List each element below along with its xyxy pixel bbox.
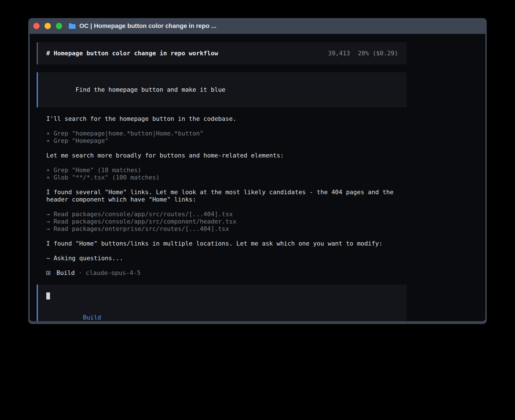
zoom-button[interactable] (56, 23, 62, 29)
agent-square-icon (46, 271, 50, 275)
terminal-window: OC | Homepage button color change in rep… (28, 18, 487, 324)
tool-call-read: → Read packages/enterprise/src/routes/[.… (46, 225, 397, 233)
window-title: OC | Homepage button color change in rep… (79, 22, 216, 30)
tool-call-read: → Read packages/console/app/src/routes/[… (46, 211, 397, 218)
assistant-status: ~ Asking questions... (46, 255, 397, 262)
agent-model: claude-opus-4-5 (86, 269, 141, 277)
assistant-paragraph: I'll search for the homepage button in t… (46, 115, 397, 123)
minimize-button[interactable] (45, 23, 51, 29)
input-line[interactable] (46, 292, 398, 299)
agent-name: Build (56, 269, 75, 277)
text-cursor (46, 292, 50, 299)
tool-call-read: → Read packages/console/app/src/componen… (46, 218, 397, 225)
user-message: Find the homepage button and make it blu… (37, 72, 407, 107)
titlebar-title-group: OC | Homepage button color change in rep… (68, 22, 216, 30)
assistant-paragraph: I found several "Home" links. Let me loo… (46, 189, 397, 203)
context-usage: 20% ($0.29) (358, 50, 398, 57)
window-titlebar: OC | Homepage button color change in rep… (28, 18, 487, 34)
tool-call-group: ∗ Grep "Home" (18 matches) ∗ Glob "**/*.… (46, 167, 397, 181)
traffic-lights (33, 23, 62, 29)
session-stats: 39,413 20% ($0.29) (328, 50, 398, 57)
user-message-text: Find the homepage button and make it blu… (76, 86, 226, 93)
assistant-paragraph: I found "Home" buttons/links in multiple… (46, 240, 397, 247)
terminal-content: # Homepage button color change in repo w… (30, 34, 485, 321)
tui-column: # Homepage button color change in repo w… (37, 42, 407, 321)
token-count: 39,413 (328, 50, 350, 57)
input-status-row: Build Claude Opus 4.5 OpenCode Zen (46, 307, 398, 321)
assistant-paragraph: Let me search more broadly for buttons a… (46, 152, 397, 159)
input-agent-label: Build (83, 314, 101, 321)
tool-call-grep: ∗ Grep "Home" (18 matches) (46, 167, 397, 174)
close-button[interactable] (33, 23, 40, 29)
agent-status-row: Build · claude-opus-4-5 (46, 269, 397, 277)
prompt-input[interactable]: Build Claude Opus 4.5 OpenCode Zen (37, 285, 407, 321)
tool-call-grep: ∗ Grep "homepage|home.*button|Home.*butt… (46, 130, 397, 137)
tool-call-grep: ∗ Grep "Homepage" (46, 137, 397, 145)
tool-call-glob: ∗ Glob "**/*.tsx" (100 matches) (46, 174, 397, 181)
conversation: I'll search for the homepage button in t… (37, 115, 407, 277)
tool-call-group: ∗ Grep "homepage|home.*button|Home.*butt… (46, 130, 397, 145)
tool-call-group: → Read packages/console/app/src/routes/[… (46, 211, 397, 233)
session-title: # Homepage button color change in repo w… (46, 50, 218, 57)
agent-separator: · (78, 269, 82, 277)
folder-icon (68, 23, 76, 29)
session-header: # Homepage button color change in repo w… (37, 42, 407, 64)
